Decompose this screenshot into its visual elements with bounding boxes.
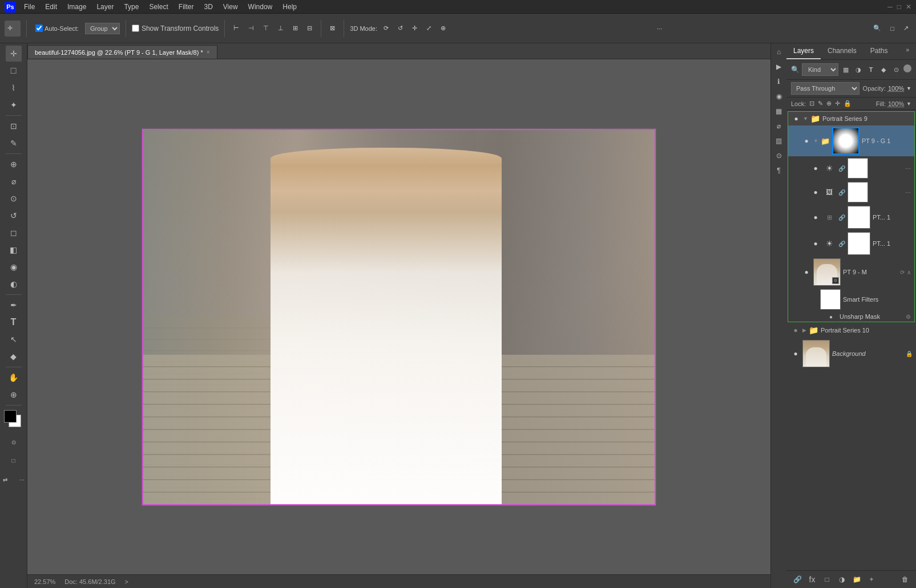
add-mask-btn[interactable]: □ bbox=[821, 573, 833, 586]
pt9-g1-layer[interactable]: ● ▼ 📁 PT 9 - G 1 bbox=[788, 125, 914, 156]
3d-orbit-btn[interactable]: ⟳ bbox=[381, 23, 392, 34]
tab-layers[interactable]: Layers bbox=[786, 43, 821, 59]
swatches-icon-btn[interactable]: ▦ bbox=[773, 105, 785, 117]
canvas-tab[interactable]: beautiful-1274056.jpg @ 22.6% (PT 9 - G … bbox=[27, 45, 217, 59]
menu-3d[interactable]: 3D bbox=[199, 2, 217, 12]
dist-h-btn[interactable]: ⊠ bbox=[327, 23, 338, 34]
brightness1-layer[interactable]: ● ☀ 🔗 ··· bbox=[788, 156, 914, 180]
menu-filter[interactable]: Filter bbox=[174, 2, 199, 12]
clone-tool[interactable]: ⊙ bbox=[6, 190, 22, 206]
align-top-btn[interactable]: ⊥ bbox=[275, 23, 286, 34]
select-tool[interactable]: □ bbox=[6, 63, 22, 79]
lock-paint-btn[interactable]: ✎ bbox=[818, 100, 823, 107]
pt9g1-collapse[interactable]: ▼ bbox=[813, 138, 818, 144]
screen-mode-tool[interactable]: □ bbox=[6, 452, 22, 468]
healing-tool[interactable]: ⊕ bbox=[6, 156, 22, 172]
play-icon-btn[interactable]: ▶ bbox=[773, 60, 785, 73]
pt1-brightness-layer[interactable]: ● ☀ 🔗 PT... 1 bbox=[788, 230, 914, 257]
cu1-more[interactable]: ··· bbox=[905, 188, 911, 196]
new-layer-btn[interactable]: + bbox=[865, 573, 878, 586]
brush-tool[interactable]: ⌀ bbox=[6, 173, 22, 189]
pt9m-eye[interactable]: ● bbox=[802, 267, 811, 277]
pt9m-scroll-icon[interactable]: ⟳ bbox=[900, 269, 905, 275]
histogram-icon-btn[interactable]: ℹ bbox=[773, 75, 785, 88]
menu-help[interactable]: Help bbox=[278, 2, 301, 12]
ps10-eye[interactable]: ● bbox=[791, 326, 800, 335]
gradient-tool[interactable]: ◧ bbox=[6, 242, 22, 258]
new-group-btn[interactable]: 📁 bbox=[850, 573, 863, 586]
filter-pixel-btn[interactable]: ▦ bbox=[841, 64, 851, 75]
more-arrow[interactable]: > bbox=[125, 578, 128, 585]
type-tool[interactable]: T bbox=[6, 314, 22, 330]
link-layers-btn[interactable]: 🔗 bbox=[791, 573, 804, 586]
menu-edit[interactable]: Edit bbox=[41, 2, 62, 12]
br1-eye[interactable]: ● bbox=[811, 164, 820, 173]
move-tool[interactable]: ✛ bbox=[6, 46, 22, 62]
filter-type-btn[interactable]: T bbox=[866, 64, 876, 75]
lasso-tool[interactable]: ⌇ bbox=[6, 80, 22, 96]
zoom-tool[interactable]: ⊕ bbox=[6, 387, 22, 403]
align-center-btn[interactable]: ⊣ bbox=[245, 23, 257, 34]
pt9m-layer[interactable]: ● ⊙ PT 9 - M ⟳ ∧ bbox=[788, 257, 914, 287]
menu-type[interactable]: Type bbox=[119, 2, 143, 12]
ps10-header[interactable]: ● ▶ 📁 Portrait Series 10 bbox=[788, 323, 915, 337]
unsharp-eye[interactable]: ● bbox=[829, 314, 837, 320]
portrait-series-9-header[interactable]: ● ▼ 📁 Portrait Series 9 bbox=[788, 112, 914, 125]
eyedropper-tool[interactable]: ✎ bbox=[6, 135, 22, 151]
pt9g1-eye[interactable]: ● bbox=[802, 136, 811, 145]
pen-tool[interactable]: ✒ bbox=[6, 297, 22, 313]
align-left-btn[interactable]: ⊢ bbox=[231, 23, 242, 34]
delete-layer-btn[interactable]: 🗑 bbox=[899, 573, 911, 586]
menu-view[interactable]: View bbox=[219, 2, 243, 12]
menu-window[interactable]: Window bbox=[244, 2, 277, 12]
workspace-btn[interactable]: □ bbox=[887, 23, 897, 34]
blend-select[interactable]: Pass Through Normal Multiply Screen Over… bbox=[791, 82, 859, 95]
lock-move-btn[interactable]: ✛ bbox=[835, 100, 840, 107]
align-vcenter-btn[interactable]: ⊞ bbox=[290, 23, 301, 34]
filter-shape-btn[interactable]: ◆ bbox=[878, 64, 889, 75]
blur-tool[interactable]: ◉ bbox=[6, 259, 22, 275]
auto-select-checkbox[interactable] bbox=[35, 25, 43, 32]
unsharp-row[interactable]: ● Unsharp Mask ⚙ bbox=[788, 311, 914, 322]
kind-select[interactable]: Kind Name Effect bbox=[802, 63, 838, 76]
tab-close-btn[interactable]: × bbox=[207, 49, 210, 55]
add-style-btn[interactable]: fx bbox=[806, 573, 818, 586]
quick-mask-tool[interactable]: ⊙ bbox=[6, 434, 22, 450]
shape-tool[interactable]: ◆ bbox=[6, 348, 22, 364]
layers-icon-btn[interactable]: ▥ bbox=[773, 135, 785, 147]
home-icon-btn[interactable]: ⌂ bbox=[773, 46, 785, 58]
menu-file[interactable]: File bbox=[19, 2, 39, 12]
search-btn[interactable]: 🔍 bbox=[870, 23, 884, 34]
3d-roll-btn[interactable]: ↺ bbox=[395, 23, 406, 34]
3d-zoom-btn[interactable]: ⊕ bbox=[438, 23, 449, 34]
unsharp-settings-icon[interactable]: ⚙ bbox=[906, 314, 911, 320]
toolbar-more-btn[interactable]: ··· bbox=[654, 23, 665, 34]
eraser-tool[interactable]: ◻ bbox=[6, 225, 22, 241]
lock-transparent-btn[interactable]: ⊡ bbox=[809, 100, 814, 107]
magic-wand-tool[interactable]: ✦ bbox=[6, 97, 22, 113]
group-select[interactable]: Group Layer bbox=[85, 23, 120, 34]
filter-dot-btn[interactable] bbox=[903, 64, 911, 72]
align-right-btn[interactable]: ⊤ bbox=[260, 23, 272, 34]
extra-tools-btn[interactable]: ⇄ bbox=[0, 472, 13, 488]
background-layer[interactable]: ● Background 🔒 bbox=[786, 338, 916, 369]
color-icon-btn[interactable]: ◉ bbox=[773, 90, 785, 103]
menu-select[interactable]: Select bbox=[144, 2, 172, 12]
share-btn[interactable]: ↗ bbox=[901, 23, 911, 34]
lock-artboard-btn[interactable]: ⊕ bbox=[826, 100, 832, 107]
path-select-tool[interactable]: ↖ bbox=[6, 331, 22, 347]
filter-smart-btn[interactable]: ⊙ bbox=[891, 64, 901, 75]
tab-paths[interactable]: Paths bbox=[863, 43, 895, 59]
auto-select-check[interactable]: Auto-Select: bbox=[33, 23, 82, 34]
pt9m-expand[interactable]: ∧ bbox=[907, 269, 911, 275]
3d-pan-btn[interactable]: ✛ bbox=[409, 23, 420, 34]
transform-checkbox[interactable] bbox=[132, 25, 139, 32]
ps9-collapse[interactable]: ▼ bbox=[803, 116, 808, 121]
ps9-eye[interactable]: ● bbox=[792, 114, 801, 123]
ps10-collapse[interactable]: ▶ bbox=[802, 327, 806, 333]
br1-more[interactable]: ··· bbox=[905, 164, 911, 172]
fill-value[interactable]: 100% bbox=[888, 100, 904, 107]
foreground-color[interactable] bbox=[4, 410, 17, 423]
hand-tool[interactable]: ✋ bbox=[6, 370, 22, 386]
cu1-eye[interactable]: ● bbox=[811, 188, 820, 197]
